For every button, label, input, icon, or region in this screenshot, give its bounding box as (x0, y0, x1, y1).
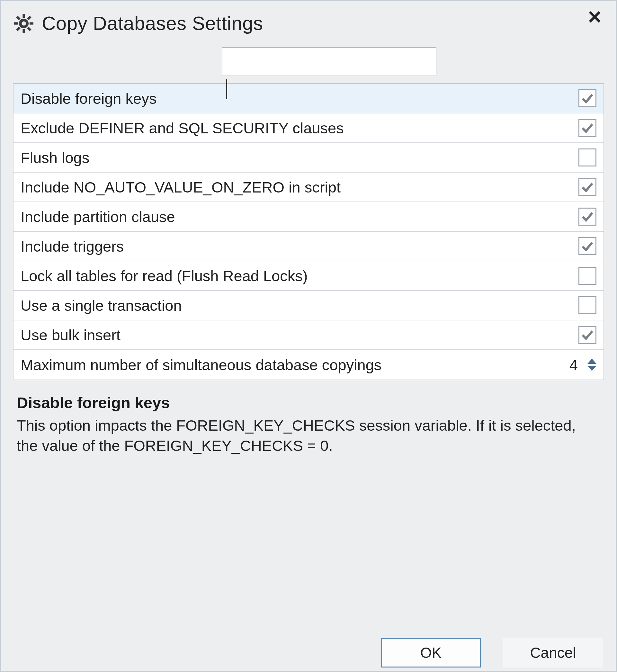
option-checkbox[interactable] (578, 237, 596, 255)
svg-rect-2 (22, 29, 25, 33)
help-panel: Disable foreign keys This option impacts… (13, 380, 604, 456)
option-checkbox[interactable] (578, 149, 596, 167)
close-button[interactable]: ✕ (587, 11, 602, 24)
search-input[interactable] (222, 47, 436, 76)
help-title: Disable foreign keys (17, 394, 600, 412)
option-row[interactable]: Include partition clause (13, 202, 604, 232)
option-checkbox[interactable] (578, 89, 596, 107)
ok-button[interactable]: OK (381, 638, 481, 668)
search-row (13, 47, 604, 83)
number-stepper[interactable] (587, 359, 596, 371)
option-label: Include partition clause (21, 208, 578, 226)
help-body: This option impacts the FOREIGN_KEY_CHEC… (17, 416, 600, 456)
svg-rect-4 (30, 22, 33, 24)
option-checkbox[interactable] (578, 296, 596, 314)
chevron-down-icon[interactable] (587, 366, 596, 371)
options-list: Disable foreign keysExclude DEFINER and … (13, 83, 604, 380)
dialog-buttons: OK Cancel (381, 638, 603, 668)
option-checkbox[interactable] (578, 178, 596, 196)
option-label: Include NO_AUTO_VALUE_ON_ZERO in script (21, 178, 578, 196)
settings-dialog: ✕ Copy Databa (0, 0, 617, 672)
option-checkbox[interactable] (578, 208, 596, 226)
svg-rect-3 (14, 22, 18, 24)
option-label: Maximum number of simultaneous database … (21, 356, 565, 374)
option-label: Lock all tables for read (Flush Read Loc… (21, 267, 578, 285)
gear-icon (14, 14, 33, 33)
svg-rect-6 (16, 27, 21, 31)
svg-point-0 (20, 20, 27, 27)
option-row[interactable]: Use bulk insert (13, 320, 604, 350)
option-label: Flush logs (21, 149, 578, 167)
option-label: Include triggers (21, 237, 578, 255)
option-label: Use bulk insert (21, 326, 578, 344)
option-label: Exclude DEFINER and SQL SECURITY clauses (21, 119, 578, 137)
option-row[interactable]: Exclude DEFINER and SQL SECURITY clauses (13, 114, 604, 143)
option-checkbox[interactable] (578, 267, 596, 285)
option-checkbox[interactable] (578, 326, 596, 344)
titlebar: Copy Databases Settings (13, 5, 604, 47)
option-number-value[interactable]: 4 (565, 356, 578, 374)
svg-rect-8 (27, 27, 31, 31)
option-label: Disable foreign keys (21, 90, 578, 107)
option-checkbox[interactable] (578, 119, 596, 137)
option-row[interactable]: Use a single transaction (13, 291, 604, 320)
svg-rect-7 (16, 16, 21, 20)
chevron-up-icon[interactable] (587, 359, 596, 364)
option-row[interactable]: Maximum number of simultaneous database … (13, 350, 604, 380)
option-row[interactable]: Include triggers (13, 232, 604, 261)
svg-rect-5 (27, 16, 31, 20)
option-row[interactable]: Disable foreign keys (13, 84, 604, 114)
svg-rect-1 (22, 14, 25, 18)
dialog-title: Copy Databases Settings (42, 12, 263, 34)
option-label: Use a single transaction (21, 297, 578, 314)
option-row[interactable]: Include NO_AUTO_VALUE_ON_ZERO in script (13, 173, 604, 202)
option-row[interactable]: Lock all tables for read (Flush Read Loc… (13, 261, 604, 291)
cancel-button[interactable]: Cancel (503, 638, 603, 668)
option-row[interactable]: Flush logs (13, 143, 604, 173)
